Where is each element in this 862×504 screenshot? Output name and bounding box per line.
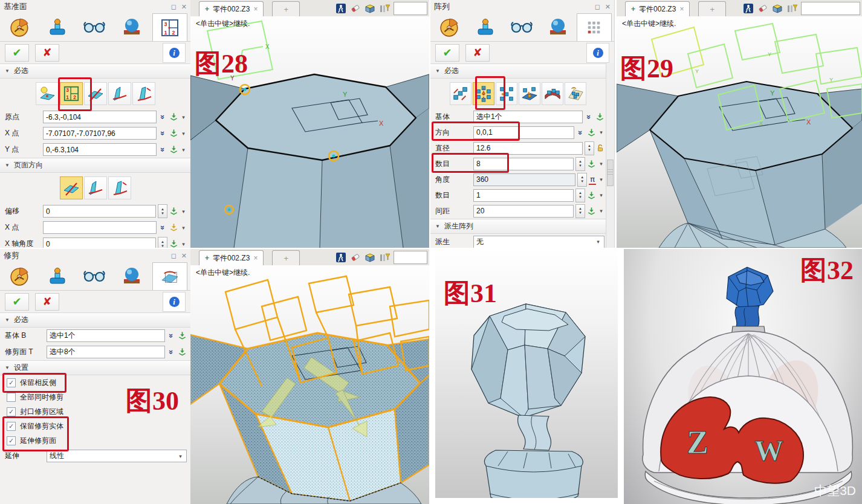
pick-point-icon[interactable] (169, 145, 178, 154)
spinner[interactable]: ▲▼ (575, 157, 585, 171)
pattern-polygon-icon[interactable] (496, 82, 517, 105)
origin-input[interactable] (43, 111, 157, 123)
tab-part002[interactable]: + 零件002.Z3 × (199, 1, 264, 16)
base-input[interactable] (473, 111, 583, 123)
pattern-fill-icon[interactable] (565, 82, 586, 105)
stamp-icon[interactable] (41, 263, 74, 289)
expand-chevron-icon[interactable]: » (158, 223, 167, 232)
xpoint-orient-input[interactable] (43, 221, 157, 234)
dropdown-arrow-icon[interactable]: ▾ (180, 241, 187, 247)
spacing-input[interactable] (473, 205, 574, 218)
unlock-icon[interactable] (596, 144, 604, 153)
expand-chevron-icon[interactable]: » (158, 129, 167, 138)
expand-chevron-icon[interactable]: » (576, 128, 585, 137)
spinner[interactable]: ▲▼ (577, 173, 587, 187)
history-wheel-icon[interactable] (3, 14, 37, 40)
exit-sketch-icon[interactable] (335, 252, 346, 263)
new-tab-button[interactable]: + (272, 250, 300, 265)
filter-icon[interactable] (379, 3, 390, 14)
spinner[interactable]: ▲▼ (158, 204, 167, 218)
glasses-icon[interactable] (77, 14, 111, 40)
spinner[interactable]: ▲▼ (585, 141, 594, 155)
info-button[interactable]: i (163, 292, 186, 312)
stamp-icon[interactable] (41, 14, 74, 40)
section-required[interactable]: ▼ 必选 (430, 63, 614, 79)
derived-select[interactable]: 无 ▾ (473, 236, 604, 248)
dropdown-arrow-icon[interactable]: ▾ (180, 208, 187, 215)
pick-point-icon[interactable] (169, 129, 178, 138)
trim-tab-icon[interactable] (152, 262, 187, 290)
checkbox-icon[interactable] (7, 393, 16, 402)
pick-point-icon[interactable] (169, 112, 178, 121)
history-wheel-icon[interactable] (433, 14, 467, 40)
expand-chevron-icon[interactable]: » (167, 347, 176, 357)
orientation-upright-icon[interactable] (84, 176, 107, 199)
section-derived-pattern[interactable]: ▼ 派生阵列 (430, 219, 614, 234)
spinner[interactable]: ▲▼ (575, 189, 585, 202)
pattern-on-face-icon[interactable] (542, 82, 563, 105)
checkbox-cap-region[interactable]: ✓ 封口修剪区域 (0, 404, 190, 419)
pick-value-icon[interactable] (587, 207, 596, 216)
ok-button[interactable]: ✔ (5, 44, 29, 62)
dropdown-arrow-icon[interactable]: ▾ (180, 147, 187, 153)
minimize-icon[interactable]: ◻ (595, 3, 600, 11)
close-icon[interactable]: ✕ (605, 3, 611, 11)
checkbox-keep-opposite[interactable]: ✓ 保留相反侧 (0, 375, 190, 390)
quick-input-box[interactable] (801, 2, 860, 15)
cancel-button[interactable]: ✘ (35, 44, 59, 62)
checkbox-icon[interactable]: ✓ (7, 407, 16, 416)
ok-button[interactable]: ✔ (5, 293, 29, 311)
angle-input[interactable] (473, 173, 575, 186)
render-sphere-icon[interactable] (115, 14, 149, 40)
count2-input[interactable] (473, 189, 574, 202)
datum-method-3points-icon[interactable]: 312 (60, 82, 83, 105)
pick-value-icon[interactable] (587, 160, 596, 169)
offset-input[interactable] (43, 205, 156, 218)
datum-method-plane-icon[interactable] (84, 82, 107, 105)
render-sphere-icon[interactable] (115, 263, 149, 289)
exit-sketch-icon[interactable] (335, 3, 346, 14)
pick-entity-icon[interactable] (595, 112, 604, 121)
datum-method-auto-icon[interactable] (36, 82, 59, 105)
info-button[interactable]: i (163, 43, 186, 63)
history-wheel-icon[interactable] (3, 263, 37, 289)
quick-input-box[interactable] (394, 251, 427, 264)
exit-sketch-icon[interactable] (743, 3, 754, 14)
trim-faces-input[interactable] (47, 346, 165, 358)
section-box-icon[interactable] (772, 3, 783, 14)
new-tab-button[interactable]: + (272, 1, 300, 16)
section-settings[interactable]: ▼ 设置 (0, 360, 190, 375)
panel-scrollbar[interactable] (606, 63, 614, 248)
scrollbar-thumb[interactable] (607, 160, 614, 186)
model-canvas[interactable]: Y X X Y (190, 16, 429, 248)
checkbox-keep-trim-solid[interactable]: ✓ 保留修剪实体 (0, 419, 190, 433)
pick-entity-icon[interactable] (178, 347, 187, 357)
pick-value-icon[interactable] (169, 207, 178, 216)
dropdown-arrow-icon[interactable]: ▾ (598, 192, 604, 198)
pattern-linear-icon[interactable] (450, 82, 472, 105)
tab-close-icon[interactable]: × (253, 5, 258, 13)
checkbox-icon[interactable]: ✓ (7, 378, 16, 387)
filter-icon[interactable] (379, 252, 390, 263)
section-required[interactable]: ▼ 必选 (0, 312, 190, 328)
pick-direction-icon[interactable] (587, 128, 596, 137)
dropdown-arrow-icon[interactable]: ▾ (180, 225, 187, 231)
glasses-icon[interactable] (77, 263, 111, 289)
stamp-icon[interactable] (468, 14, 502, 40)
checkbox-trim-all[interactable]: 全部同时修剪 (0, 390, 190, 404)
pick-entity-icon[interactable] (178, 331, 187, 340)
pick-value-icon[interactable] (587, 191, 596, 200)
tab-close-icon[interactable]: × (679, 5, 684, 13)
ypoint-input[interactable] (43, 143, 157, 156)
eraser-icon[interactable] (350, 252, 361, 263)
new-tab-button[interactable]: + (698, 1, 726, 16)
tab-part002[interactable]: + 零件002.Z3 × (625, 1, 690, 16)
xangle-input[interactable] (43, 237, 156, 248)
tab-part002[interactable]: + 零件002.Z3 × (199, 250, 264, 265)
pattern-grid-icon[interactable] (577, 13, 612, 41)
tab-close-icon[interactable]: × (253, 254, 258, 262)
filter-icon[interactable] (786, 3, 797, 14)
expand-chevron-icon[interactable]: » (585, 112, 594, 121)
info-button[interactable]: i (586, 43, 609, 63)
pattern-point-icon[interactable] (519, 82, 540, 105)
